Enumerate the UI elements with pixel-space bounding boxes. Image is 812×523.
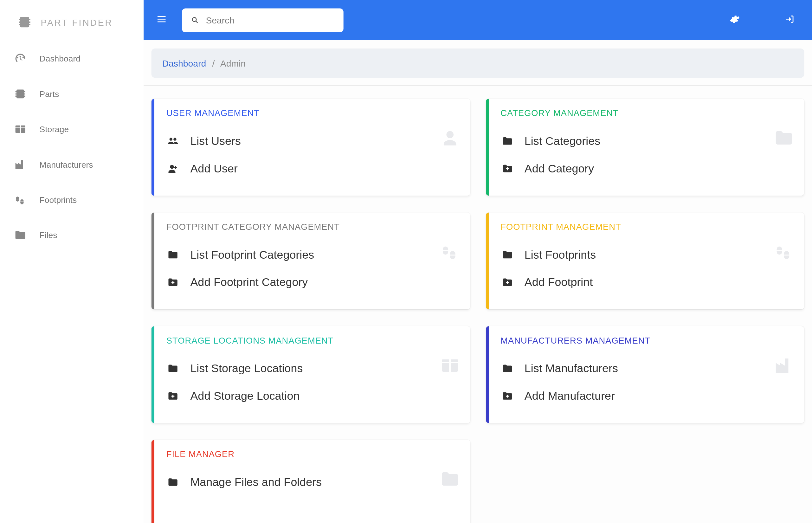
card-link-label: List Manufacturers (525, 362, 618, 375)
link-list-footprints[interactable]: List Footprints (501, 241, 792, 269)
card-link-label: List Storage Locations (190, 362, 303, 375)
sidebar-item-label: Storage (40, 124, 69, 134)
card-link-label: Manage Files and Folders (190, 476, 322, 489)
link-list-users[interactable]: List Users (166, 127, 458, 155)
search-icon (190, 15, 200, 25)
card-title: FOOTPRINT CATEGORY MANAGEMENT (166, 222, 458, 231)
card-footprint-management: FOOTPRINT MANAGEMENTList FootprintsAdd F… (486, 212, 804, 309)
gear-icon (729, 14, 740, 24)
card-title: FOOTPRINT MANAGEMENT (501, 222, 792, 231)
sidebar-item-dashboard[interactable]: Dashboard (0, 40, 144, 76)
chip-icon (14, 87, 27, 101)
sidebar-item-manufacturers[interactable]: Manufacturers (0, 147, 144, 182)
sidebar-item-label: Dashboard (40, 54, 80, 63)
link-add-category[interactable]: Add Category (501, 155, 792, 183)
search-box[interactable] (182, 8, 344, 32)
breadcrumb-separator: / (212, 58, 215, 68)
breadcrumb: Dashboard / Admin (151, 49, 805, 78)
box-icon (439, 355, 461, 377)
sidebar-item-label: Manufacturers (40, 159, 93, 169)
divider (144, 85, 812, 86)
card-link-label: List Users (190, 135, 240, 148)
link-add-footprint[interactable]: Add Footprint (501, 269, 792, 296)
breadcrumb-current: Admin (220, 58, 246, 68)
card-title: FILE MANAGER (166, 449, 458, 459)
card-file-manager: FILE MANAGERManage Files and Folders (151, 440, 470, 523)
folder-plus-icon (167, 276, 179, 288)
box-icon (14, 122, 27, 136)
link-add-storage-location[interactable]: Add Storage Location (166, 382, 458, 410)
folder-icon (167, 249, 179, 261)
card-link-label: List Footprint Categories (190, 249, 314, 262)
footprints-icon (773, 241, 795, 263)
sidebar-item-parts[interactable]: Parts (0, 76, 144, 111)
brand-name: PART FINDER (40, 17, 112, 27)
card-category-management: CATEGORY MANAGEMENTList CategoriesAdd Ca… (486, 99, 804, 196)
link-list-footprint-categories[interactable]: List Footprint Categories (166, 241, 458, 269)
folder-plus-icon (501, 163, 513, 175)
link-manage-files-and-folders[interactable]: Manage Files and Folders (166, 468, 458, 496)
chip-icon (17, 14, 32, 30)
breadcrumb-root-link[interactable]: Dashboard (162, 58, 206, 68)
card-link-label: List Categories (525, 135, 600, 148)
folder-plus-icon (501, 276, 513, 288)
card-footprint-category-management: FOOTPRINT CATEGORY MANAGEMENTList Footpr… (151, 212, 470, 309)
sidebar-item-label: Footprints (40, 195, 77, 204)
sidebar-item-files[interactable]: Files (0, 217, 144, 252)
folder-icon (773, 127, 795, 149)
link-list-storage-locations[interactable]: List Storage Locations (166, 355, 458, 383)
link-add-manufacturer[interactable]: Add Manufacturer (501, 382, 792, 410)
sidebar-item-label: Files (40, 230, 57, 240)
link-list-categories[interactable]: List Categories (501, 127, 792, 155)
logout-icon (784, 14, 795, 24)
card-link-label: List Footprints (525, 249, 596, 262)
folder-plus-icon (501, 390, 513, 402)
bars-icon (156, 14, 168, 24)
folder-icon (439, 468, 461, 490)
link-list-manufacturers[interactable]: List Manufacturers (501, 355, 792, 383)
link-add-user[interactable]: Add User (166, 155, 458, 183)
card-link-label: Add Footprint Category (190, 276, 308, 289)
link-add-footprint-category[interactable]: Add Footprint Category (166, 269, 458, 296)
factory-icon (14, 158, 27, 171)
card-link-label: Add Storage Location (190, 390, 300, 403)
folder-icon (501, 363, 513, 375)
sidebar-item-footprints[interactable]: Footprints (0, 182, 144, 217)
card-title: STORAGE LOCATIONS MANAGEMENT (166, 336, 458, 345)
footprints-icon (14, 193, 27, 206)
logout-button[interactable] (780, 14, 800, 26)
card-manufacturers-management: MANUFACTURERS MANAGEMENTList Manufacture… (486, 326, 804, 423)
sidebar-item-label: Parts (40, 89, 59, 98)
sidebar-item-storage[interactable]: Storage (0, 111, 144, 146)
gauge-icon (14, 52, 27, 65)
folder-icon (14, 228, 27, 241)
card-title: CATEGORY MANAGEMENT (501, 108, 792, 118)
card-title: MANUFACTURERS MANAGEMENT (501, 336, 792, 345)
users-icon (167, 136, 179, 147)
sidebar: PART FINDER DashboardPartsStorageManufac… (0, 0, 144, 523)
card-link-label: Add User (190, 162, 238, 176)
footprints-icon (439, 241, 461, 263)
brand-logo[interactable]: PART FINDER (0, 6, 144, 41)
settings-button[interactable] (724, 14, 745, 26)
user-icon (439, 127, 461, 149)
folder-icon (501, 249, 513, 261)
card-link-label: Add Manufacturer (525, 390, 615, 403)
menu-toggle-button[interactable] (156, 14, 168, 26)
card-user-management: USER MANAGEMENTList UsersAdd User (151, 99, 470, 196)
search-input[interactable] (206, 15, 335, 25)
card-link-label: Add Category (525, 162, 594, 176)
factory-icon (773, 355, 795, 377)
folder-plus-icon (167, 390, 179, 402)
folder-icon (501, 136, 513, 147)
card-link-label: Add Footprint (525, 276, 593, 289)
user-plus-icon (167, 163, 179, 175)
folder-icon (167, 476, 179, 488)
topbar (144, 0, 812, 40)
card-storage-locations-management: STORAGE LOCATIONS MANAGEMENTList Storage… (151, 326, 470, 423)
folder-icon (167, 363, 179, 375)
card-title: USER MANAGEMENT (166, 108, 458, 118)
